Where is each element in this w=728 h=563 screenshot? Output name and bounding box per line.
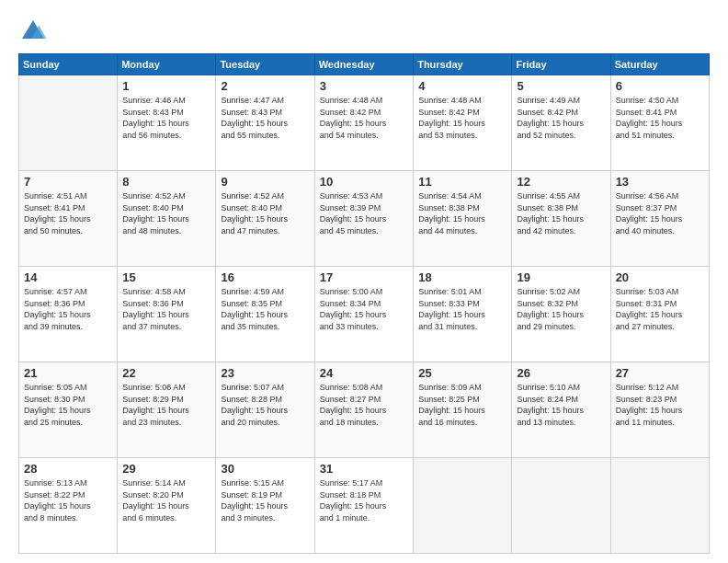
day-info: Sunrise: 5:00 AM Sunset: 8:34 PM Dayligh… xyxy=(320,286,408,332)
calendar-cell: 20Sunrise: 5:03 AM Sunset: 8:31 PM Dayli… xyxy=(610,267,709,362)
calendar-cell: 23Sunrise: 5:07 AM Sunset: 8:28 PM Dayli… xyxy=(216,362,314,458)
day-number: 17 xyxy=(320,270,408,284)
day-info: Sunrise: 5:12 AM Sunset: 8:23 PM Dayligh… xyxy=(616,382,704,428)
calendar-cell: 12Sunrise: 4:55 AM Sunset: 8:38 PM Dayli… xyxy=(512,171,610,267)
day-info: Sunrise: 4:52 AM Sunset: 8:40 PM Dayligh… xyxy=(122,190,210,236)
calendar-cell xyxy=(19,75,118,171)
day-number: 15 xyxy=(122,270,210,284)
day-number: 25 xyxy=(418,366,506,380)
header-cell-saturday: Saturday xyxy=(610,54,709,75)
day-info: Sunrise: 4:47 AM Sunset: 8:43 PM Dayligh… xyxy=(221,95,309,141)
day-number: 31 xyxy=(320,462,408,476)
week-row-2: 7Sunrise: 4:51 AM Sunset: 8:41 PM Daylig… xyxy=(19,171,710,267)
day-number: 3 xyxy=(320,79,408,93)
header xyxy=(18,17,710,46)
calendar-cell: 25Sunrise: 5:09 AM Sunset: 8:25 PM Dayli… xyxy=(414,362,512,458)
logo-icon xyxy=(18,17,48,46)
calendar-cell: 30Sunrise: 5:15 AM Sunset: 8:19 PM Dayli… xyxy=(216,458,314,554)
day-info: Sunrise: 5:08 AM Sunset: 8:27 PM Dayligh… xyxy=(320,382,408,428)
day-info: Sunrise: 4:49 AM Sunset: 8:42 PM Dayligh… xyxy=(517,95,605,141)
day-number: 26 xyxy=(517,366,605,380)
calendar-cell: 4Sunrise: 4:48 AM Sunset: 8:42 PM Daylig… xyxy=(414,75,512,171)
calendar-cell xyxy=(610,458,709,554)
day-number: 21 xyxy=(24,366,112,380)
day-number: 5 xyxy=(517,79,605,93)
day-number: 8 xyxy=(122,175,210,189)
calendar-cell: 28Sunrise: 5:13 AM Sunset: 8:22 PM Dayli… xyxy=(19,458,118,554)
day-info: Sunrise: 4:48 AM Sunset: 8:42 PM Dayligh… xyxy=(418,95,506,141)
calendar-header: SundayMondayTuesdayWednesdayThursdayFrid… xyxy=(19,54,710,75)
calendar-cell: 15Sunrise: 4:58 AM Sunset: 8:36 PM Dayli… xyxy=(118,267,216,362)
header-cell-wednesday: Wednesday xyxy=(314,54,413,75)
day-number: 24 xyxy=(320,366,408,380)
day-number: 9 xyxy=(221,175,309,189)
day-number: 13 xyxy=(616,175,704,189)
day-number: 14 xyxy=(24,270,112,284)
header-row: SundayMondayTuesdayWednesdayThursdayFrid… xyxy=(19,54,710,75)
day-info: Sunrise: 4:50 AM Sunset: 8:41 PM Dayligh… xyxy=(616,95,704,141)
day-info: Sunrise: 5:14 AM Sunset: 8:20 PM Dayligh… xyxy=(122,477,210,523)
calendar-cell: 27Sunrise: 5:12 AM Sunset: 8:23 PM Dayli… xyxy=(610,362,709,458)
day-info: Sunrise: 4:53 AM Sunset: 8:39 PM Dayligh… xyxy=(320,190,408,236)
calendar-table: SundayMondayTuesdayWednesdayThursdayFrid… xyxy=(18,53,710,554)
calendar-cell: 21Sunrise: 5:05 AM Sunset: 8:30 PM Dayli… xyxy=(19,362,118,458)
day-info: Sunrise: 4:56 AM Sunset: 8:37 PM Dayligh… xyxy=(616,190,704,236)
calendar-cell: 14Sunrise: 4:57 AM Sunset: 8:36 PM Dayli… xyxy=(19,267,118,362)
calendar-cell: 10Sunrise: 4:53 AM Sunset: 8:39 PM Dayli… xyxy=(314,171,413,267)
calendar-cell: 5Sunrise: 4:49 AM Sunset: 8:42 PM Daylig… xyxy=(512,75,610,171)
header-cell-monday: Monday xyxy=(118,54,216,75)
header-cell-thursday: Thursday xyxy=(414,54,512,75)
header-cell-tuesday: Tuesday xyxy=(216,54,314,75)
day-number: 23 xyxy=(221,366,309,380)
calendar-cell: 26Sunrise: 5:10 AM Sunset: 8:24 PM Dayli… xyxy=(512,362,610,458)
day-info: Sunrise: 5:07 AM Sunset: 8:28 PM Dayligh… xyxy=(221,382,309,428)
day-info: Sunrise: 4:48 AM Sunset: 8:42 PM Dayligh… xyxy=(320,95,408,141)
day-number: 20 xyxy=(616,270,704,284)
calendar-cell: 6Sunrise: 4:50 AM Sunset: 8:41 PM Daylig… xyxy=(610,75,709,171)
calendar-cell xyxy=(512,458,610,554)
day-info: Sunrise: 5:09 AM Sunset: 8:25 PM Dayligh… xyxy=(418,382,506,428)
day-info: Sunrise: 4:52 AM Sunset: 8:40 PM Dayligh… xyxy=(221,190,309,236)
calendar-cell: 9Sunrise: 4:52 AM Sunset: 8:40 PM Daylig… xyxy=(216,171,314,267)
week-row-3: 14Sunrise: 4:57 AM Sunset: 8:36 PM Dayli… xyxy=(19,267,710,362)
calendar-cell: 3Sunrise: 4:48 AM Sunset: 8:42 PM Daylig… xyxy=(314,75,413,171)
day-number: 10 xyxy=(320,175,408,189)
day-number: 16 xyxy=(221,270,309,284)
day-number: 2 xyxy=(221,79,309,93)
day-info: Sunrise: 4:46 AM Sunset: 8:43 PM Dayligh… xyxy=(122,95,210,141)
day-number: 18 xyxy=(418,270,506,284)
day-info: Sunrise: 5:15 AM Sunset: 8:19 PM Dayligh… xyxy=(221,477,309,523)
day-number: 11 xyxy=(418,175,506,189)
day-number: 30 xyxy=(221,462,309,476)
calendar-cell: 2Sunrise: 4:47 AM Sunset: 8:43 PM Daylig… xyxy=(216,75,314,171)
day-number: 19 xyxy=(517,270,605,284)
calendar-cell: 19Sunrise: 5:02 AM Sunset: 8:32 PM Dayli… xyxy=(512,267,610,362)
day-info: Sunrise: 5:05 AM Sunset: 8:30 PM Dayligh… xyxy=(24,382,112,428)
day-number: 29 xyxy=(122,462,210,476)
calendar-cell: 13Sunrise: 4:56 AM Sunset: 8:37 PM Dayli… xyxy=(610,171,709,267)
day-number: 22 xyxy=(122,366,210,380)
header-cell-friday: Friday xyxy=(512,54,610,75)
day-info: Sunrise: 4:58 AM Sunset: 8:36 PM Dayligh… xyxy=(122,286,210,332)
calendar-cell: 24Sunrise: 5:08 AM Sunset: 8:27 PM Dayli… xyxy=(314,362,413,458)
day-info: Sunrise: 5:03 AM Sunset: 8:31 PM Dayligh… xyxy=(616,286,704,332)
day-number: 27 xyxy=(616,366,704,380)
calendar-cell xyxy=(414,458,512,554)
page: SundayMondayTuesdayWednesdayThursdayFrid… xyxy=(0,0,728,563)
header-cell-sunday: Sunday xyxy=(19,54,118,75)
calendar-cell: 7Sunrise: 4:51 AM Sunset: 8:41 PM Daylig… xyxy=(19,171,118,267)
day-info: Sunrise: 4:59 AM Sunset: 8:35 PM Dayligh… xyxy=(221,286,309,332)
day-number: 6 xyxy=(616,79,704,93)
day-number: 28 xyxy=(24,462,112,476)
day-number: 4 xyxy=(418,79,506,93)
calendar-cell: 31Sunrise: 5:17 AM Sunset: 8:18 PM Dayli… xyxy=(314,458,413,554)
calendar-cell: 22Sunrise: 5:06 AM Sunset: 8:29 PM Dayli… xyxy=(118,362,216,458)
day-info: Sunrise: 4:55 AM Sunset: 8:38 PM Dayligh… xyxy=(517,190,605,236)
calendar-cell: 17Sunrise: 5:00 AM Sunset: 8:34 PM Dayli… xyxy=(314,267,413,362)
day-number: 7 xyxy=(24,175,112,189)
day-number: 1 xyxy=(122,79,210,93)
day-number: 12 xyxy=(517,175,605,189)
calendar-cell: 11Sunrise: 4:54 AM Sunset: 8:38 PM Dayli… xyxy=(414,171,512,267)
week-row-4: 21Sunrise: 5:05 AM Sunset: 8:30 PM Dayli… xyxy=(19,362,710,458)
day-info: Sunrise: 5:13 AM Sunset: 8:22 PM Dayligh… xyxy=(24,477,112,523)
